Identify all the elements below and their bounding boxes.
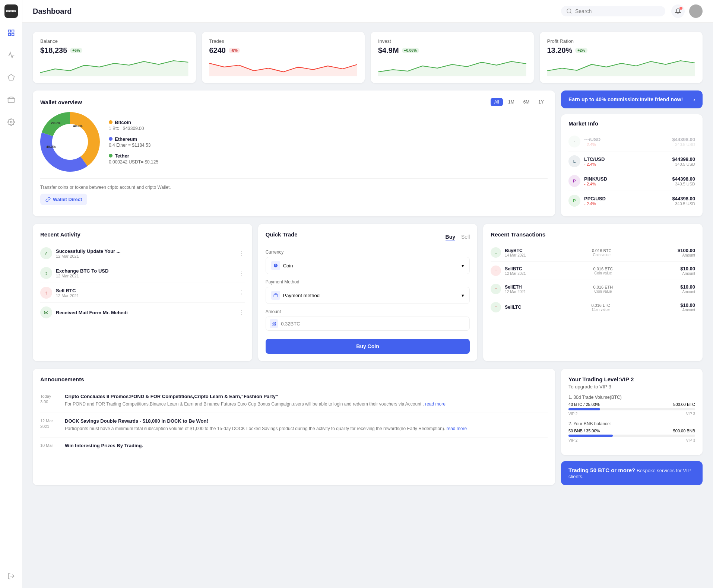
market-item-ppc[interactable]: P PPC/USD - 2.4% $44398.00 340.5 USD <box>568 191 695 210</box>
txn-coinlabel-1: Coin value <box>593 271 613 275</box>
txn-amtlabel-1: Amount <box>680 271 695 276</box>
invite-text: Earn up to 40% commission:Invite friend … <box>568 96 683 102</box>
txn-coin-3: 0.016 LTC <box>591 303 610 308</box>
announce-date-1: 12 Mar2021 <box>40 418 59 432</box>
wallet-card: Wallet overview All 1M 6M 1Y <box>33 90 555 216</box>
svg-point-13 <box>52 124 88 160</box>
trade-tab-buy[interactable]: Buy <box>446 234 455 241</box>
activity-date-1: 12 Mar 2021 <box>56 274 235 278</box>
stat-trades: Trades 6240 -8% <box>202 32 365 83</box>
wallet-footer-text: Transfer coins or tokens between cripto … <box>40 185 548 190</box>
amount-input[interactable] <box>281 321 466 327</box>
ppc-change: - 2.4% <box>584 201 606 206</box>
period-tab-6m[interactable]: 6M <box>520 98 533 106</box>
list-item: 12 Mar2021 DOCK Savings Double Rewards -… <box>40 413 548 438</box>
mid-row: Wallet overview All 1M 6M 1Y <box>33 90 703 216</box>
sidebar-item-logout[interactable] <box>4 569 19 584</box>
period-tab-1m[interactable]: 1M <box>504 98 518 106</box>
ltc-pair: LTC/USD <box>584 156 605 162</box>
avatar[interactable] <box>689 4 703 18</box>
stat-balance-badge: +6% <box>70 48 82 53</box>
transactions-title: Recent Transactions <box>491 231 695 238</box>
link-icon <box>45 197 51 202</box>
tether-name: Tether <box>115 153 129 159</box>
sidebar-item-diamond[interactable] <box>4 70 19 85</box>
coin-select-icon <box>271 261 280 270</box>
svg-point-8 <box>567 9 571 13</box>
txn-type-0: BuyBTC <box>505 248 526 253</box>
sidebar-item-settings[interactable] <box>4 115 19 130</box>
market-item-ltc[interactable]: L LTC/USD - 2.4% $44398.00 340.5 USD <box>568 152 695 171</box>
main-content: Balance $18,235 +6% Trades 6240 -8% <box>22 23 713 588</box>
currency-chevron: ▾ <box>462 263 464 268</box>
pie-chart: 40.0% 40.0% 20.0% <box>40 112 100 172</box>
pink-change: - 2.4% <box>584 182 607 186</box>
page-title: Dashboard <box>33 7 561 16</box>
svg-rect-5 <box>8 98 14 103</box>
payment-label: Payment Method <box>266 279 470 285</box>
trade-tabs: Buy Sell <box>446 234 470 241</box>
payment-select[interactable]: Payment method ▾ <box>266 287 470 304</box>
vip-card: Your Trading Level:VIP 2 To upgrade to V… <box>561 369 703 455</box>
notification-dot <box>679 7 682 10</box>
read-more-0[interactable]: read more <box>425 401 446 407</box>
payment-chevron: ▾ <box>462 293 464 298</box>
currency-select[interactable]: Coin ▾ <box>266 257 470 274</box>
stat-invest-value: $4.9M +0.06% <box>378 46 526 55</box>
trading-banner-strong: Trading 50 BTC or more? <box>568 467 635 473</box>
pink-icon: P <box>568 175 580 187</box>
activity-name-2: Sell BTC <box>56 288 235 293</box>
topbar: Dashboard <box>22 0 713 23</box>
vip-progress2-fill <box>568 435 613 437</box>
activity-name-0: Successfully Update Your ... <box>56 248 235 254</box>
svg-line-9 <box>570 12 571 13</box>
bitcoin-name: Bitcoin <box>115 120 131 125</box>
period-tab-all[interactable]: All <box>491 98 503 106</box>
stat-profit-badge: +2% <box>575 48 587 53</box>
bitcoin-dot <box>109 120 113 124</box>
stat-trades-label: Trades <box>209 38 358 44</box>
transactions-card: Recent Transactions ↓ BuyBTC 14 Mar 2021… <box>483 224 703 361</box>
activity-more-2[interactable]: ⋮ <box>239 289 245 296</box>
sidebar-item-wallet[interactable] <box>4 92 19 107</box>
wallet-direct-button[interactable]: Wallet Direct <box>40 194 87 205</box>
activity-more-3[interactable]: ⋮ <box>239 309 245 316</box>
pink-usd: 340.5 USD <box>672 182 695 186</box>
currency-group: Currency Coin ▾ <box>266 249 470 274</box>
txn-coinlabel-0: Coin value <box>592 253 612 257</box>
buy-coin-button[interactable]: Buy Coin <box>266 339 470 354</box>
stat-balance: Balance $18,235 +6% <box>33 32 196 83</box>
trade-tab-sell[interactable]: Sell <box>461 234 470 241</box>
activity-icon-0: ✓ <box>40 247 52 259</box>
txn-coin-0: 0.016 BTC <box>592 248 612 253</box>
pink-pair: PINK/USD <box>584 176 607 182</box>
svg-rect-19 <box>274 324 276 325</box>
amount-input-wrap[interactable] <box>266 317 470 331</box>
activity-more-0[interactable]: ⋮ <box>239 250 245 257</box>
legend-bitcoin: Bitcoin 1 Btc= $43309.00 <box>109 120 158 131</box>
period-tab-1y[interactable]: 1Y <box>535 98 548 106</box>
search-bar[interactable] <box>561 6 665 16</box>
sidebar-item-chart[interactable] <box>4 48 19 63</box>
trading-banner[interactable]: Trading 50 BTC or more? Bespoke services… <box>561 461 703 485</box>
vip-progress2-value: 50 BNB / 35.00% <box>568 429 600 433</box>
vip-subtitle: To upgrade to VIP 3 <box>568 384 695 390</box>
activity-date-2: 12 Mar 2021 <box>56 293 235 298</box>
list-item: 10 Mar Win Interesting Prizes By Trading… <box>40 438 548 455</box>
txn-amount-0: $100.00 <box>678 248 695 253</box>
sidebar-item-dashboard[interactable] <box>4 25 19 40</box>
stat-profit-value: 13.20% +2% <box>547 46 695 55</box>
search-input[interactable] <box>575 8 657 14</box>
market-item-pink[interactable]: P PINK/USD - 2.4% $44398.00 340.5 USD <box>568 171 695 191</box>
wallet-header: Wallet overview All 1M 6M 1Y <box>40 98 548 106</box>
list-item: ✓ Successfully Update Your ... 12 Mar 20… <box>40 244 245 263</box>
activity-more-1[interactable]: ⋮ <box>239 270 245 277</box>
read-more-1[interactable]: read more <box>447 426 467 431</box>
ppc-usd: 340.5 USD <box>672 201 695 206</box>
trade-header: Quick Trade Buy Sell <box>266 231 470 244</box>
txn-amtlabel-3: Amount <box>680 308 695 312</box>
vip-progress1-fill <box>568 408 600 410</box>
invite-banner[interactable]: Earn up to 40% commission:Invite friend … <box>561 90 703 108</box>
announce-date-0: Today3.00 <box>40 394 59 407</box>
notification-button[interactable] <box>671 4 685 18</box>
